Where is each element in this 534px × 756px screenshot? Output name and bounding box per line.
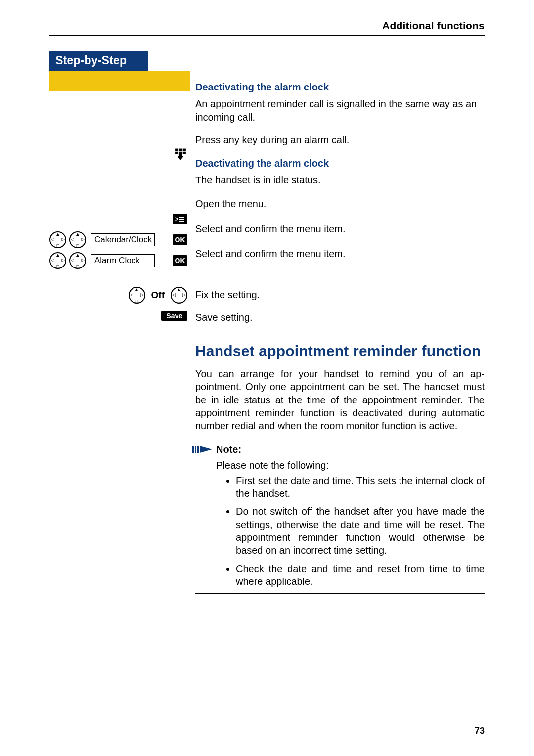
page: Additional functions Step-by-Step bbox=[0, 0, 534, 756]
paragraph-appointment-desc: You can arrange for your handset to remi… bbox=[195, 367, 485, 433]
spacer bbox=[49, 271, 190, 285]
nav-key-icon: ◁▷ bbox=[49, 252, 66, 269]
gutter-keypad-row bbox=[49, 144, 190, 165]
step-fix-setting: Fix the setting. bbox=[195, 284, 485, 305]
note-bullet-item: Check the date and time and reset from t… bbox=[236, 562, 485, 588]
step-select-confirm-1: Select and confirm the menu item. bbox=[195, 219, 485, 239]
ok-badge: OK bbox=[173, 234, 187, 245]
note-arrow-icon bbox=[192, 444, 214, 458]
note-bullet-item: Do not switch off the handset after you … bbox=[236, 505, 485, 557]
rule-above-note bbox=[195, 438, 485, 438]
ok-badge: OK bbox=[173, 255, 187, 266]
svg-rect-4 bbox=[183, 152, 186, 154]
svg-rect-9 bbox=[192, 446, 194, 453]
page-number: 73 bbox=[475, 726, 485, 736]
gutter-menu-row: > bbox=[49, 209, 190, 229]
step-press-any-key: Press any key during an alarm call. bbox=[195, 131, 485, 151]
menu-item-alarm-box: Alarm Clock bbox=[91, 254, 155, 267]
running-header: Additional functions bbox=[49, 20, 485, 32]
step-open-menu: Open the menu. bbox=[195, 193, 485, 214]
step-save-setting: Save setting. bbox=[195, 309, 485, 326]
step-select-confirm-2: Select and confirm the menu item. bbox=[195, 243, 485, 264]
rule-below-note bbox=[195, 593, 485, 594]
subheading-deactivate-2: Deactivating the alarm clock bbox=[195, 157, 485, 170]
gutter-calendar-row: ◁▷ ◁▷ Calendar/Clock OK bbox=[49, 229, 190, 250]
header-rule bbox=[49, 35, 485, 36]
note-bullet-item: First set the date and time. This sets t… bbox=[236, 474, 485, 500]
svg-rect-10 bbox=[195, 446, 196, 453]
nav-key-icon: ◁▷ bbox=[69, 231, 86, 248]
two-column-layout: Step-by-Step bbox=[49, 56, 485, 599]
spacer bbox=[49, 165, 190, 209]
sidebar-column: Step-by-Step bbox=[49, 56, 190, 326]
note-title: Note: bbox=[216, 443, 485, 456]
spacer bbox=[195, 268, 485, 280]
save-badge: Save bbox=[161, 311, 187, 321]
note-bullet-list: First set the date and time. This sets t… bbox=[226, 474, 485, 588]
svg-rect-11 bbox=[197, 446, 199, 453]
svg-rect-0 bbox=[175, 149, 178, 151]
svg-text:>: > bbox=[175, 216, 178, 222]
spacer bbox=[49, 91, 190, 144]
content-column: Deactivating the alarm clock An appointm… bbox=[190, 56, 485, 599]
open-menu-icon: > bbox=[173, 214, 187, 224]
gutter-alarm-row: ◁▷ ◁▷ Alarm Clock OK bbox=[49, 250, 190, 271]
note-block: Note: Please note the following: First s… bbox=[195, 443, 485, 588]
nav-key-icon: ◁▷ bbox=[69, 252, 86, 269]
nav-key-icon: ◁▷ bbox=[49, 231, 66, 248]
gutter-off-row: ◁▷ Off ◁▷ bbox=[49, 285, 190, 306]
nav-key-icon: ◁▷ bbox=[129, 287, 145, 304]
svg-rect-2 bbox=[183, 149, 186, 151]
svg-rect-3 bbox=[175, 152, 178, 154]
nav-key-icon: ◁▷ bbox=[171, 287, 187, 304]
svg-marker-12 bbox=[200, 446, 212, 453]
paragraph-idle-status: The handset is in idle status. bbox=[195, 174, 485, 186]
keypad-icon bbox=[174, 148, 187, 162]
note-lead: Please note the following: bbox=[216, 459, 485, 472]
sidebar-yellow-bar bbox=[49, 71, 190, 91]
off-label: Off bbox=[151, 290, 165, 301]
menu-item-calendar-box: Calendar/Clock bbox=[91, 233, 155, 246]
sidebar-tab-title: Step-by-Step bbox=[49, 51, 148, 71]
sidebar-tab-row: Step-by-Step bbox=[49, 51, 190, 71]
section-heading-appointment: Handset appointment reminder func­tion bbox=[195, 342, 485, 360]
gutter-save-row: Save bbox=[49, 306, 190, 326]
paragraph-intro-1: An appointment reminder call is signalle… bbox=[195, 97, 485, 124]
subheading-deactivate-1: Deactivating the alarm clock bbox=[195, 81, 485, 93]
svg-rect-1 bbox=[179, 149, 182, 151]
spacer bbox=[195, 56, 485, 76]
